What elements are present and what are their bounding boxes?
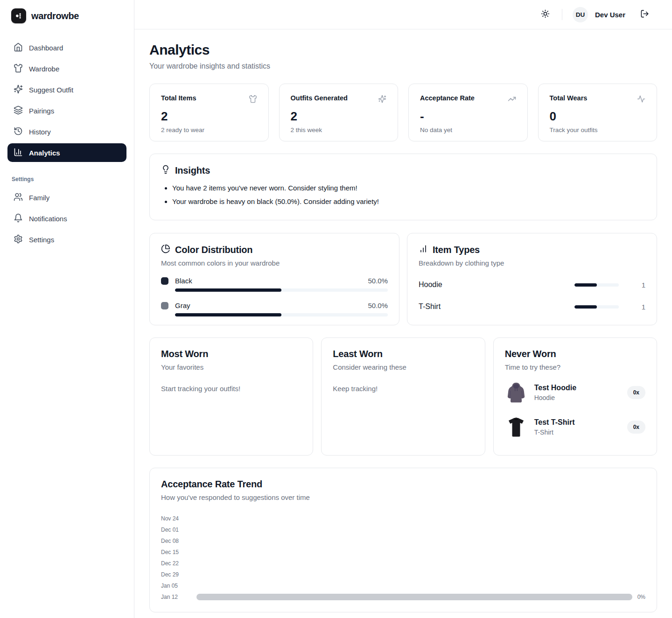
tshirt-image	[505, 414, 527, 440]
sidebar-item-suggest-outfit[interactable]: Suggest Outfit	[7, 80, 126, 99]
sidebar-item-notifications[interactable]: Notifications	[7, 209, 126, 228]
acceptance-rate-trend-card: Acceptance Rate Trend How you've respond…	[149, 468, 657, 612]
trend-rows: Nov 24 Dec 01 Dec 08 Dec 15	[161, 513, 645, 603]
trend-row: Dec 08	[161, 535, 645, 547]
stat-sub: Track your outfits	[550, 126, 646, 133]
item-type-row: Hoodie 1	[419, 281, 645, 289]
sidebar-item-pairings[interactable]: Pairings	[7, 101, 126, 120]
trend-row: Dec 01	[161, 524, 645, 535]
shirt-icon	[14, 63, 23, 74]
most-worn-empty: Start tracking your outfits!	[161, 385, 301, 393]
topbar-divider	[562, 9, 562, 20]
stat-label: Total Wears	[550, 94, 588, 102]
worn-grid: Most Worn Your favorites Start tracking …	[149, 337, 657, 456]
hoodie-image	[505, 379, 527, 406]
main-area: DU Dev User Analytics Your wardrobe insi…	[134, 0, 672, 618]
color-progress-fill	[175, 313, 281, 316]
color-percent: 50.0%	[368, 277, 388, 285]
color-name: Gray	[175, 302, 361, 309]
never-worn-card: Never Worn Time to try these?	[493, 337, 657, 456]
color-percent: 50.0%	[368, 302, 388, 309]
trend-date-label: Dec 01	[161, 527, 196, 533]
never-worn-item-name: Test T-Shirt	[534, 418, 575, 427]
shirt-icon	[249, 94, 257, 105]
item-type-track	[574, 283, 619, 287]
home-icon	[14, 42, 23, 53]
sidebar-item-label: Notifications	[29, 215, 67, 223]
user-name: Dev User	[595, 11, 625, 19]
trend-row: Jan 05	[161, 580, 645, 591]
page-title: Analytics	[149, 42, 657, 58]
topbar: DU Dev User	[134, 0, 672, 29]
color-progress-track	[175, 288, 388, 292]
sidebar-nav: Dashboard Wardrobe Suggest Outfit Pairin…	[0, 38, 134, 162]
stat-label: Acceptance Rate	[420, 94, 475, 102]
sidebar-item-family[interactable]: Family	[7, 188, 126, 207]
stat-card-acceptance-rate: Acceptance Rate - No data yet	[408, 84, 528, 141]
color-name: Black	[175, 277, 361, 285]
color-distribution-subtitle: Most common colors in your wardrobe	[161, 259, 388, 267]
least-worn-empty: Keep tracking!	[333, 385, 473, 393]
stat-value: 2	[161, 110, 257, 122]
trend-date-label: Dec 08	[161, 538, 196, 544]
trend-row: Dec 29	[161, 569, 645, 580]
activity-icon	[637, 94, 645, 105]
logout-button[interactable]	[637, 7, 652, 22]
sidebar: wardrowbe Dashboard Wardrobe Suggest Out…	[0, 0, 134, 618]
item-type-name: T-Shirt	[419, 302, 574, 311]
sidebar-item-settings[interactable]: Settings	[7, 230, 126, 249]
never-worn-item-type: T-Shirt	[534, 428, 575, 436]
item-type-fill	[574, 283, 597, 287]
avatar[interactable]: DU	[573, 7, 588, 22]
never-worn-subtitle: Time to try these?	[505, 363, 645, 371]
sidebar-item-label: Analytics	[29, 149, 60, 157]
stat-sub: 2 ready to wear	[161, 126, 257, 133]
never-worn-item: Test T-Shirt T-Shirt 0x	[505, 414, 645, 440]
color-distribution-title: Color Distribution	[175, 245, 252, 255]
trend-row: Dec 22	[161, 558, 645, 569]
trending-up-icon	[508, 94, 516, 105]
sidebar-item-wardrobe[interactable]: Wardrobe	[7, 59, 126, 78]
insights-title: Insights	[175, 165, 210, 176]
stat-value: 0	[550, 110, 646, 122]
insights-list: You have 2 items you've never worn. Cons…	[161, 184, 645, 205]
item-type-count: 1	[619, 281, 645, 289]
sidebar-item-analytics[interactable]: Analytics	[7, 143, 126, 162]
least-worn-card: Least Worn Consider wearing these Keep t…	[321, 337, 485, 456]
trend-date-label: Dec 29	[161, 571, 196, 578]
insight-item: Your wardrobe is heavy on black (50.0%).…	[172, 197, 645, 205]
item-types-subtitle: Breakdown by clothing type	[419, 259, 645, 267]
history-icon	[14, 126, 23, 137]
color-swatch	[161, 302, 168, 309]
distribution-grid: Color Distribution Most common colors in…	[149, 233, 657, 325]
trend-date-label: Jan 05	[161, 583, 196, 589]
color-progress-fill	[175, 288, 281, 292]
insights-card: Insights You have 2 items you've never w…	[149, 154, 657, 220]
sidebar-item-label: Suggest Outfit	[29, 86, 73, 94]
never-worn-title: Never Worn	[505, 349, 645, 359]
stat-card-total-items: Total Items 2 2 ready to wear	[149, 84, 269, 141]
gear-icon	[14, 234, 23, 245]
item-types-title: Item Types	[433, 245, 480, 255]
item-type-fill	[574, 305, 597, 309]
trend-date-label: Jan 12	[161, 594, 196, 600]
item-types-card: Item Types Breakdown by clothing type Ho…	[407, 233, 657, 325]
lightbulb-icon	[161, 165, 170, 176]
pie-chart-icon	[161, 244, 170, 255]
logout-icon	[640, 9, 649, 20]
sidebar-item-label: Dashboard	[29, 44, 63, 52]
wear-count-badge: 0x	[627, 421, 645, 434]
theme-toggle-button[interactable]	[538, 7, 553, 22]
item-type-track	[574, 305, 619, 309]
stat-card-outfits-generated: Outfits Generated 2 2 this week	[279, 84, 399, 141]
app-root: wardrowbe Dashboard Wardrobe Suggest Out…	[0, 0, 672, 618]
most-worn-subtitle: Your favorites	[161, 363, 301, 371]
sidebar-item-dashboard[interactable]: Dashboard	[7, 38, 126, 57]
trend-row: Dec 15	[161, 547, 645, 558]
trend-date-label: Dec 15	[161, 549, 196, 555]
wear-count-badge: 0x	[627, 386, 645, 399]
never-worn-item-type: Hoodie	[534, 394, 576, 401]
sidebar-item-history[interactable]: History	[7, 122, 126, 141]
trend-subtitle: How you've responded to suggestions over…	[161, 493, 645, 501]
brand-name: wardrowbe	[31, 11, 79, 21]
